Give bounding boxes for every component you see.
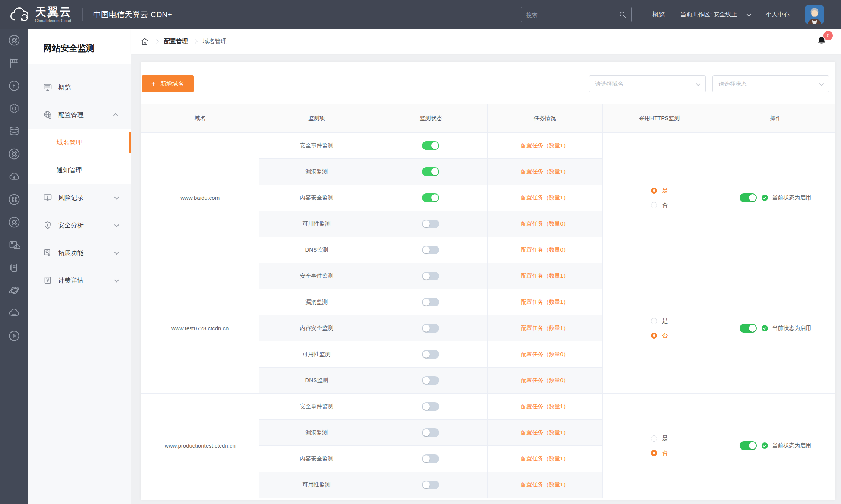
https-yes-radio[interactable]: 是 [651, 317, 668, 325]
brand-logo[interactable]: 天翼云 Chinatelecom Cloud [9, 6, 72, 23]
configure-task-link[interactable]: 配置任务（数量0） [521, 351, 568, 357]
monitor-status-toggle[interactable] [422, 298, 439, 306]
monitor-status-toggle[interactable] [422, 324, 439, 333]
toggle-knob [423, 403, 430, 410]
monitor-status-toggle[interactable] [422, 350, 439, 359]
monitor-status-toggle[interactable] [422, 193, 439, 202]
domain-name: www.baidu.com [141, 133, 259, 263]
breadcrumb-section[interactable]: 配置管理 [164, 38, 188, 45]
monitor-item-cell: 安全事件监测 [259, 133, 374, 159]
f-circle-icon[interactable] [8, 80, 20, 92]
cloud-icon[interactable] [8, 307, 20, 319]
flag-icon[interactable] [8, 57, 20, 69]
monitor-status-cell [374, 211, 487, 237]
domain-enable-toggle[interactable] [740, 324, 757, 333]
configure-task-link[interactable]: 配置任务（数量1） [521, 429, 568, 435]
configure-task-link[interactable]: 配置任务（数量1） [521, 168, 568, 174]
notification-bell[interactable]: 0 [816, 35, 827, 47]
workspace-selector[interactable]: 当前工作区: 安全线上... [680, 11, 750, 19]
toggle-knob [749, 325, 756, 332]
sidebar-item-config[interactable]: 配置管理 [28, 101, 131, 129]
configure-task-link[interactable]: 配置任务（数量1） [521, 299, 568, 305]
image-cloud-icon[interactable] [8, 239, 20, 251]
sidebar-item-notification-management[interactable]: 通知管理 [28, 156, 131, 184]
sidebar-item-extended-features[interactable]: 拓展功能 [28, 239, 131, 267]
sidebar-item-risk-records[interactable]: 风险记录 [28, 184, 131, 211]
radio-icon [651, 333, 657, 339]
configure-task-link[interactable]: 配置任务（数量1） [521, 481, 568, 488]
https-yes-radio[interactable]: 是 [651, 435, 668, 442]
overview-link[interactable]: 概览 [653, 11, 665, 19]
topbar: 天翼云 Chinatelecom Cloud 中国电信天翼云-CDN+ 概览 当… [0, 0, 841, 29]
actions-cell: 当前状态为启用 [716, 394, 835, 498]
https-no-radio[interactable]: 否 [651, 332, 668, 340]
status-filter-select[interactable]: 请选择状态 [712, 75, 829, 92]
server-icon[interactable] [8, 262, 20, 274]
domain-enable-toggle[interactable] [740, 193, 757, 202]
configure-task-link[interactable]: 配置任务（数量0） [521, 220, 568, 227]
brand-name: 天翼云 [35, 6, 72, 18]
home-icon[interactable] [140, 37, 149, 46]
https-no-radio[interactable]: 否 [651, 201, 668, 209]
monitor-status-toggle[interactable] [422, 402, 439, 411]
chevron-down-icon [114, 277, 119, 282]
monitor-status-cell [374, 446, 487, 472]
workflow-circle-icon[interactable] [8, 193, 20, 205]
monitor-status-toggle[interactable] [422, 481, 439, 489]
https-no-radio[interactable]: 否 [651, 449, 668, 457]
monitor-item-cell: 内容安全监测 [259, 315, 374, 341]
database-icon[interactable] [8, 125, 20, 137]
sidebar-item-domain-management[interactable]: 域名管理 [28, 129, 131, 156]
monitor-status-cell [374, 237, 487, 263]
search-input[interactable] [526, 12, 619, 18]
monitor-status-toggle[interactable] [422, 220, 439, 228]
monitor-status-toggle[interactable] [422, 454, 439, 463]
chevron-down-icon [747, 12, 752, 16]
cloud-bolt-icon[interactable] [8, 171, 20, 183]
avatar[interactable] [805, 5, 824, 24]
toggle-knob [423, 220, 430, 227]
configure-task-link[interactable]: 配置任务（数量1） [521, 403, 568, 409]
billing-yuan-icon [43, 276, 52, 285]
sidebar-item-label: 计费详情 [58, 276, 84, 285]
https-yes-radio[interactable]: 是 [651, 187, 668, 195]
configure-task-link[interactable]: 配置任务（数量0） [521, 246, 568, 253]
monitor-status-toggle[interactable] [422, 141, 439, 150]
configure-task-link[interactable]: 配置任务（数量1） [521, 325, 568, 331]
configure-task-link[interactable]: 配置任务（数量1） [521, 194, 568, 201]
monitor-status-toggle[interactable] [422, 428, 439, 437]
monitor-status-cell [374, 289, 487, 315]
table-header-row: 域名 监测项 监测状态 任务情况 采用HTTPS监测 操作 [141, 104, 835, 133]
radio-icon [651, 435, 657, 442]
monitor-status-toggle[interactable] [422, 167, 439, 176]
workflow-circle-icon[interactable] [8, 34, 20, 46]
play-circle-icon[interactable] [8, 330, 20, 342]
configure-task-link[interactable]: 配置任务（数量1） [521, 273, 568, 279]
domain-filter-select[interactable]: 请选择域名 [589, 75, 706, 92]
workflow-circle-icon[interactable] [8, 216, 20, 228]
toggle-knob [749, 194, 756, 201]
workflow-circle-icon[interactable] [8, 148, 20, 160]
configure-task-link[interactable]: 配置任务（数量1） [521, 142, 568, 148]
chevron-down-icon [819, 81, 824, 86]
monitor-status-toggle[interactable] [422, 272, 439, 280]
sidebar-item-overview[interactable]: 概览 [28, 73, 131, 101]
monitor-item-cell: DNS监测 [259, 368, 374, 394]
domain-enable-toggle[interactable] [740, 441, 757, 450]
overview-icon [43, 83, 52, 92]
sidebar-item-billing-details[interactable]: 计费详情 [28, 267, 131, 294]
sidebar-item-security-analysis[interactable]: 安全分析 [28, 211, 131, 239]
configure-task-link[interactable]: 配置任务（数量0） [521, 377, 568, 383]
planet-icon[interactable] [8, 284, 20, 296]
check-circle-icon [761, 442, 768, 449]
header-actions: 操作 [716, 104, 835, 133]
actions-cell: 当前状态为启用 [716, 263, 835, 394]
add-domain-button[interactable]: + 新增域名 [142, 75, 194, 92]
hexagon-nut-icon[interactable] [8, 103, 20, 114]
monitor-status-toggle[interactable] [422, 376, 439, 385]
search-icon[interactable] [619, 11, 626, 18]
configure-task-link[interactable]: 配置任务（数量1） [521, 455, 568, 462]
sidebar-item-label: 概览 [58, 83, 71, 92]
monitor-status-toggle[interactable] [422, 246, 439, 254]
personal-center-link[interactable]: 个人中心 [766, 11, 790, 19]
